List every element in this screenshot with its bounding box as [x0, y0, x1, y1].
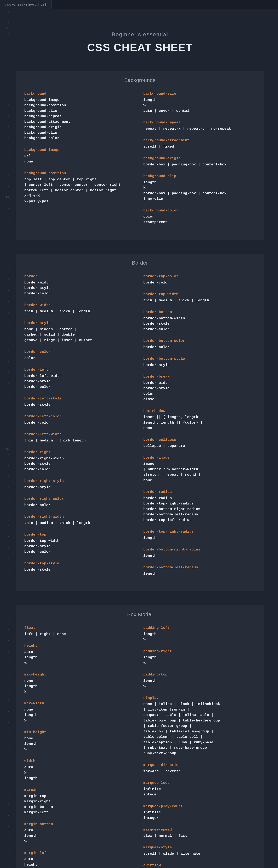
line-number: - [0, 283, 9, 288]
line-number: - [0, 731, 9, 737]
property-value: height [24, 862, 136, 867]
property-name: display [143, 695, 255, 701]
columns: floatleft | right | noneheightautolength… [16, 625, 264, 868]
property-value: % [143, 683, 255, 689]
line-number: - [0, 627, 9, 633]
property-value: border-bottom-right-radius [143, 506, 255, 512]
property-value: margin-left [24, 810, 136, 815]
line-number: - [0, 141, 9, 146]
property-value: border-top-width [24, 538, 136, 544]
property-value: none [24, 736, 136, 741]
property-name: padding-left [143, 625, 255, 631]
property-block: background-originborder-box | padding-bo… [143, 156, 255, 167]
line-number: - [0, 677, 9, 682]
property-value: border-style [143, 321, 255, 327]
property-value: [ number / % border-width [143, 467, 255, 472]
line-number: - [0, 64, 9, 70]
property-value: auto | cover | contain [143, 108, 255, 114]
property-value: repeat | repeat-x | repeat-y | no-repeat [143, 126, 255, 132]
line-number: - [0, 562, 9, 567]
property-block: min-heightnonelength% [24, 730, 136, 752]
property-block: background-positiontop left | top center… [24, 170, 136, 204]
property-value: % [24, 770, 136, 775]
property-value: background-attachment [24, 119, 136, 125]
property-value: stretch | repeat | round ] [143, 472, 255, 477]
property-block: heightautolength% [24, 643, 136, 665]
line-number: - [0, 392, 9, 398]
property-name: margin [24, 787, 136, 793]
line-number: - [0, 851, 9, 857]
line-number: 39 [0, 195, 9, 201]
property-value: border-style [24, 567, 136, 572]
line-number: - [0, 20, 9, 26]
property-value: length, length || <color> ] [143, 420, 255, 426]
property-value: border-color [24, 291, 136, 296]
property-name: border-right-color [24, 496, 136, 502]
column: background-sizelength%auto | cover | con… [143, 91, 255, 231]
hero-subtitle: Beginner's essential [16, 30, 264, 38]
property-name: border-top-color [143, 274, 255, 279]
line-number-gutter: ---11------------------------------39---… [0, 9, 12, 868]
property-value: scroll | fixed [143, 144, 255, 150]
property-block: box-shadowinset || [ length, length,leng… [143, 408, 255, 431]
property-value: background-size [24, 108, 136, 114]
property-value: background-clip [24, 130, 136, 135]
line-number: - [0, 86, 9, 92]
line-number: - [0, 420, 9, 425]
line-number: 11 [0, 26, 9, 31]
property-name: padding-top [143, 672, 255, 677]
line-number: - [0, 491, 9, 496]
property-name: border-left-style [24, 396, 136, 401]
line-number: - [0, 31, 9, 37]
property-value: transparent [143, 219, 255, 225]
line-number: - [0, 168, 9, 174]
property-value: none [143, 425, 255, 431]
line-number: - [0, 239, 9, 245]
property-value: length [143, 180, 255, 185]
property-value: forward | reverse [143, 769, 255, 774]
property-value: thin | medium | thick | length [24, 309, 136, 314]
columns: borderborder-widthborder-styleborder-col… [16, 274, 264, 583]
property-block: max-widthnonelength% [24, 701, 136, 723]
line-number: - [0, 469, 9, 474]
property-value: % [143, 637, 255, 642]
property-value: length [24, 833, 136, 839]
hero-title: CSS CHEAT SHEET [16, 39, 264, 55]
property-block: borderborder-widthborder-styleborder-col… [24, 274, 136, 296]
section: Borderborderborder-widthborder-stylebord… [16, 254, 264, 591]
column: floatleft | right | noneheightautolength… [24, 625, 136, 868]
property-value: border-style [143, 362, 255, 368]
property-value: border-bottom-width [143, 316, 255, 321]
line-number: - [0, 611, 9, 616]
property-value: image [143, 461, 255, 467]
property-value: border-color [24, 502, 136, 508]
property-name: marquee-style [143, 845, 255, 850]
property-value: border-bottom-left-radius [143, 512, 255, 517]
property-value: integer [143, 792, 255, 797]
line-number: - [0, 272, 9, 277]
line-number: - [0, 398, 9, 403]
property-name: overflow [143, 863, 255, 868]
line-number: - [0, 589, 9, 595]
line-number: - [0, 780, 9, 786]
property-name: border-top-style [24, 561, 136, 566]
property-block: padding-rightlength% [143, 649, 255, 666]
property-name: width [24, 758, 136, 764]
property-block: background-imageurlnone [24, 147, 136, 164]
property-value: none [24, 159, 136, 164]
line-number: - [0, 726, 9, 732]
property-value: length [143, 571, 255, 577]
line-number: - [0, 600, 9, 606]
line-number: - [0, 841, 9, 846]
line-number: - [0, 507, 9, 513]
line-number: - [0, 179, 9, 185]
line-number: - [0, 190, 9, 195]
property-value: border-style [24, 285, 136, 291]
property-value: groove | ridge | inset | outset [24, 338, 136, 343]
line-number: - [0, 75, 9, 81]
line-number: - [0, 556, 9, 562]
file-tab[interactable]: css-cheat-sheet.html [0, 0, 52, 9]
property-value: length [24, 741, 136, 747]
property-block: background-sizelength%auto | cover | con… [143, 91, 255, 114]
property-value: length [143, 655, 255, 660]
